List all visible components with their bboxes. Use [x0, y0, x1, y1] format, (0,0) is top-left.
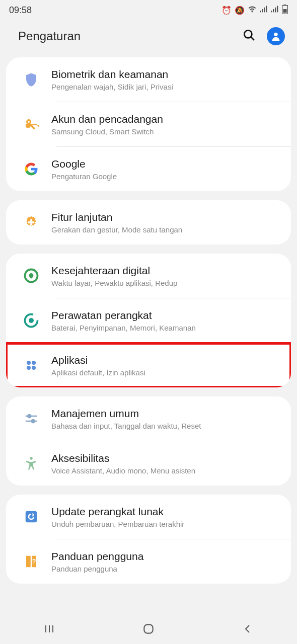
svg-point-23 [32, 361, 36, 365]
header: Pengaturan [0, 20, 297, 57]
svg-rect-4 [271, 11, 272, 12]
item-accessibility[interactable]: Aksesibilitas Voice Assistant, Audio mon… [6, 441, 291, 486]
svg-rect-6 [275, 8, 276, 13]
svg-rect-7 [277, 6, 278, 13]
svg-point-22 [27, 361, 31, 365]
settings-list: Biometrik dan keamanan Pengenalan wajah,… [0, 57, 297, 584]
svg-rect-1 [262, 9, 263, 12]
item-advanced[interactable]: Fitur lanjutan Gerakan dan gestur, Mode … [6, 200, 291, 245]
battery-icon [282, 5, 288, 16]
signal-icon [260, 6, 268, 15]
svg-rect-18 [28, 221, 35, 223]
item-subtitle: Pengenalan wajah, Sidik jari, Privasi [51, 83, 282, 91]
accessibility-icon [11, 456, 51, 471]
svg-point-30 [30, 457, 33, 460]
svg-rect-38 [144, 624, 153, 633]
status-time: 09:58 [9, 5, 32, 16]
item-wellbeing[interactable]: Kesejahteraan digital Waktu layar, Pewak… [6, 254, 291, 298]
item-title: Panduan pengguna [51, 550, 282, 562]
item-apps[interactable]: Aplikasi Aplikasi default, Izin aplikasi [6, 343, 291, 387]
google-icon [11, 162, 51, 177]
item-subtitle: Voice Assistant, Audio mono, Menu asiste… [51, 466, 282, 475]
settings-group: Biometrik dan keamanan Pengenalan wajah,… [6, 57, 291, 191]
page-title: Pengaturan [18, 29, 81, 43]
item-devicecare[interactable]: Perawatan perangkat Baterai, Penyimpanan… [6, 298, 291, 343]
item-title: Perawatan perangkat [51, 309, 282, 321]
signal2-icon [271, 6, 279, 15]
item-general[interactable]: Manajemen umum Bahasa dan input, Tanggal… [6, 396, 291, 441]
plus-gear-icon [11, 215, 51, 230]
settings-group: Fitur lanjutan Gerakan dan gestur, Mode … [6, 200, 291, 245]
sliders-icon [11, 411, 51, 426]
settings-group: Kesejahteraan digital Waktu layar, Pewak… [6, 254, 291, 387]
nav-bar [0, 614, 297, 644]
apps-icon [11, 358, 51, 373]
svg-rect-0 [260, 11, 261, 12]
item-title: Biometrik dan keamanan [51, 68, 282, 80]
key-icon [11, 117, 51, 132]
mute-icon: 🔕 [235, 6, 245, 15]
settings-group: Manajemen umum Bahasa dan input, Tanggal… [6, 396, 291, 486]
item-subtitle: Samsung Cloud, Smart Switch [51, 127, 282, 136]
svg-text:?: ? [32, 558, 36, 565]
svg-point-25 [32, 366, 36, 370]
alarm-icon: ⏰ [221, 6, 232, 15]
profile-button[interactable] [267, 27, 285, 45]
wifi-icon [248, 6, 257, 15]
wellbeing-icon [11, 268, 51, 283]
status-icons: ⏰ 🔕 [221, 5, 288, 16]
svg-point-13 [274, 33, 277, 36]
item-subtitle: Waktu layar, Pewaktu aplikasi, Redup [51, 279, 282, 287]
item-subtitle: Bahasa dan input, Tanggal dan waktu, Res… [51, 422, 282, 430]
item-subtitle: Gerakan dan gestur, Mode satu tangan [51, 225, 282, 234]
svg-rect-10 [283, 9, 286, 13]
item-title: Update perangkat lunak [51, 506, 282, 518]
svg-point-15 [28, 121, 30, 123]
item-title: Akun dan pencadangan [51, 113, 282, 125]
item-subtitle: Baterai, Penyimpanan, Memori, Keamanan [51, 324, 282, 332]
svg-point-11 [244, 30, 252, 38]
svg-point-27 [28, 415, 31, 418]
guide-icon: ? [11, 554, 51, 569]
item-google[interactable]: Google Pengaturan Google [6, 147, 291, 191]
nav-home[interactable] [123, 622, 174, 635]
search-button[interactable] [243, 29, 256, 44]
item-title: Kesejahteraan digital [51, 265, 282, 277]
item-title: Aksesibilitas [51, 452, 282, 464]
item-guide[interactable]: ? Panduan pengguna Panduan pengguna [6, 539, 291, 584]
devicecare-icon [11, 313, 51, 328]
svg-rect-3 [266, 6, 267, 13]
svg-rect-31 [26, 511, 37, 523]
svg-rect-5 [273, 9, 274, 12]
item-biometrics[interactable]: Biometrik dan keamanan Pengenalan wajah,… [6, 57, 291, 102]
item-update[interactable]: Update perangkat lunak Unduh pembaruan, … [6, 495, 291, 539]
status-bar: 09:58 ⏰ 🔕 [0, 0, 297, 20]
item-subtitle: Pengaturan Google [51, 172, 282, 181]
settings-group: Update perangkat lunak Unduh pembaruan, … [6, 495, 291, 584]
svg-point-29 [32, 420, 35, 423]
svg-rect-2 [264, 8, 265, 13]
svg-rect-32 [26, 556, 31, 568]
shield-icon [11, 72, 51, 87]
item-title: Aplikasi [51, 354, 282, 366]
svg-point-24 [27, 366, 31, 370]
item-accounts[interactable]: Akun dan pencadangan Samsung Cloud, Smar… [6, 102, 291, 146]
item-subtitle: Panduan pengguna [51, 565, 282, 573]
item-title: Fitur lanjutan [51, 211, 282, 223]
item-subtitle: Unduh pembaruan, Pembaruan terakhir [51, 520, 282, 528]
item-title: Manajemen umum [51, 408, 282, 420]
item-title: Google [51, 158, 282, 170]
svg-point-21 [29, 318, 34, 323]
nav-back[interactable] [222, 623, 273, 635]
update-icon [11, 509, 51, 524]
nav-recent[interactable] [24, 623, 75, 635]
svg-line-12 [251, 37, 254, 40]
item-subtitle: Aplikasi default, Izin aplikasi [51, 368, 282, 377]
